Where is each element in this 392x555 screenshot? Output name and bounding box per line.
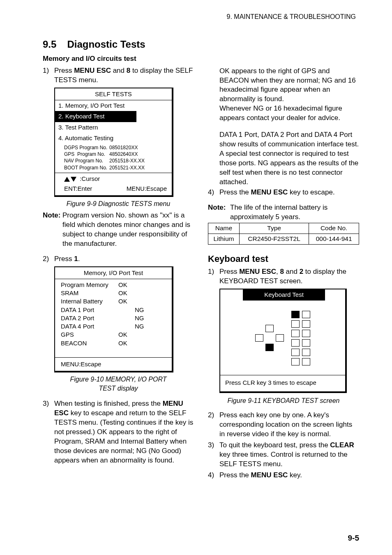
key-pressed-icon [291,311,300,318]
key-icon [302,358,310,365]
step-body: Press MENU ESC and 8 to display the SELF… [54,66,194,85]
step-num: 2) [208,411,219,439]
key-icon [302,320,310,328]
key-icon [265,325,274,332]
cursor-keys [255,325,284,351]
keypad-left [291,311,300,365]
kb-step-3: 3) To quit the keyboard test, press the … [208,441,359,469]
menu-item-pattern: 3. Test Pattern [55,122,172,133]
memory-io-body: Program MemoryOK SRAMOK Internal Battery… [55,279,172,357]
bat-h-name: Name [208,223,240,234]
memory-io-title: Memory, I/O Port Test [55,267,172,279]
kb-step-4: 4) Press the MENU ESC key. [208,471,359,480]
key-icon [276,334,284,342]
key-icon [302,330,310,337]
self-tests-title: SELF TESTS [55,88,172,100]
section-number: 9.5 [43,38,56,51]
page-number: 9-5 [348,533,359,543]
key-icon [291,339,300,347]
step-body: Press MENU ESC, 8 and 2 to display the K… [219,267,359,286]
keyboard-layout [220,301,345,375]
keypad-right [302,311,310,365]
figure-9-10-caption: Figure 9-10 MEMORY, I/O PORT TEST displa… [43,375,194,393]
keyboard-test-title: Keyboard Test [243,289,325,301]
battery-table: Name Type Code No. Lithium CR2450-F2SST2… [208,223,359,245]
left-column: 9.5Diagnostic Tests Memory and I/O circu… [43,38,194,482]
triangle-down-icon [71,177,76,182]
panel-bottom: :Cursor ENT:Enter MENU:Escape [55,173,172,196]
bat-h-code: Code No. [309,223,359,234]
step-body: Press the MENU ESC key. [219,471,359,480]
memory-io-foot: MENU:Escape [55,358,172,371]
note-program-version: Note: Program version No. shown as "xx" … [43,211,194,249]
step-num: 3) [43,399,54,465]
kb-step-2: 2) Press each key one by one. A key's co… [208,411,359,439]
keyboard-test-panel: Keyboard Test [219,289,347,393]
step-body: When testing is finished, press the MENU… [54,399,194,465]
step-body: To quit the keyboard test, press the CLE… [219,441,359,469]
key-icon [255,334,263,342]
triangle-up-icon [64,177,70,182]
page-header: 9. MAINTENANCE & TROUBLESHOOTING [43,12,356,21]
step-body: Press each key one by one. A key's corre… [219,411,359,439]
step-3: 3) When testing is finished, press the M… [43,399,194,465]
step-1: 1) Press MENU ESC and 8 to display the S… [43,66,194,85]
self-tests-panel: SELF TESTS 1. Memory, I/O Port Test 2. K… [54,88,173,197]
section-heading: 9.5Diagnostic Tests [43,38,194,51]
kb-step-1: 1) Press MENU ESC, 8 and 2 to display th… [208,267,359,286]
esc-label: MENU:Escape [127,185,167,193]
note-battery: Note: The life of the internal battery i… [208,203,359,222]
key-icon [302,311,310,318]
key-icon [291,320,300,328]
step-num: 4) [208,471,219,480]
bat-name: Lithium [208,234,240,244]
section-title: Diagnostic Tests [67,39,145,50]
subsection-memory: Memory and I/O circuits test [43,54,194,64]
menu-item-keyboard: 2. Keyboard Test [55,111,136,122]
step-body: Press the MENU ESC key to escape. [219,188,359,197]
right-column: OK appears to the right of GPS and BEACO… [208,38,359,482]
figure-9-11-caption: Figure 9-11 KEYBOARD TEST screen [208,396,359,405]
key-icon [302,339,310,347]
step-num: 2) [43,254,54,264]
key-icon [302,349,310,356]
keyboard-test-foot: Press CLR key 3 times to escape [220,375,345,391]
step-2: 2) Press 1. [43,254,194,264]
program-list: DGPS Program No.08501820XX GPS Program N… [55,143,172,173]
memory-io-panel: Memory, I/O Port Test Program MemoryOK S… [54,266,173,373]
key-pressed-icon [265,344,274,351]
menu-item-auto: 4. Automatic Testing [55,133,172,143]
step-num: 1) [43,66,54,85]
keyboard-test-heading: Keyboard test [208,253,359,265]
step3-continuation: OK appears to the right of GPS and BEACO… [208,67,359,187]
key-icon [291,330,300,337]
bat-code: 000-144-941 [309,234,359,244]
bat-h-type: Type [239,223,309,234]
key-icon [291,349,300,356]
step-num: 1) [208,267,219,286]
key-icon [291,358,300,365]
menu-item-memory: 1. Memory, I/O Port Test [55,100,172,111]
step-num: 3) [208,441,219,469]
bat-type: CR2450-F2SST2L [239,234,309,244]
step-num: 4) [208,188,219,197]
step-4: 4) Press the MENU ESC key to escape. [208,188,359,197]
ent-label: ENT:Enter [64,185,92,193]
figure-9-9-caption: Figure 9-9 Diagnostic TESTS menu [43,199,194,208]
step-body: Press 1. [54,254,194,264]
